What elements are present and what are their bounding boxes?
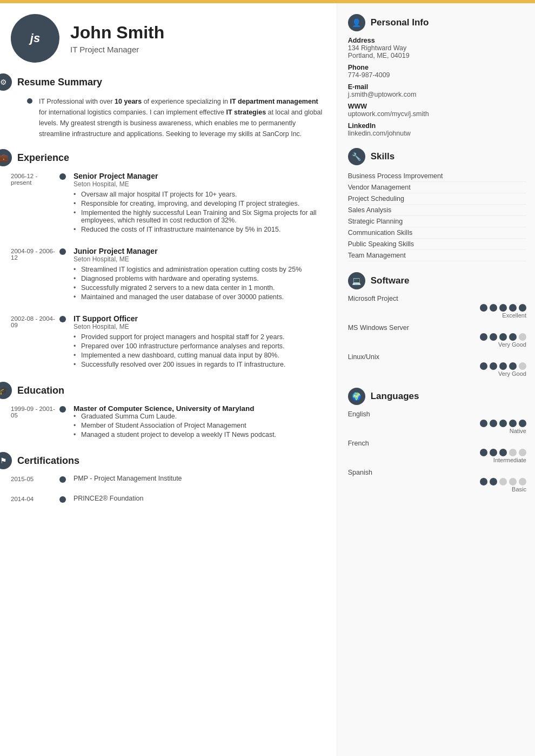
dot	[490, 333, 497, 341]
edu-content: Master of Computer Science, University o…	[73, 404, 326, 440]
job-content: IT Support Officer Seton Hospital, ME Pr…	[73, 314, 326, 370]
software-icon: 💻	[348, 272, 365, 289]
skill-item: Team Management	[348, 250, 526, 261]
software-name: MS Windows Server	[348, 324, 526, 332]
dot	[499, 333, 507, 341]
languages-icon: 🌍	[348, 388, 365, 405]
bullet-item: Streamlined IT logistics and administrat…	[73, 266, 326, 273]
dots-row	[480, 449, 526, 456]
www-value: uptowork.com/mycv/j.smith	[348, 110, 526, 118]
dot	[490, 449, 497, 456]
skills-icon: 🔧	[348, 148, 365, 165]
dot	[509, 478, 517, 485]
dot	[490, 304, 497, 312]
timeline-dot	[59, 173, 66, 180]
job-title-header: IT Project Manager	[70, 45, 164, 54]
certifications-title: Certifications	[17, 455, 79, 467]
dot	[480, 333, 487, 341]
dot-label: Excellent	[502, 312, 526, 319]
linkedin-value: linkedin.com/johnutw	[348, 130, 526, 137]
lang-rating: Intermediate	[348, 449, 526, 463]
address-line2: Portland, ME, 04019	[348, 52, 526, 59]
timeline-dot-col	[59, 404, 66, 440]
lang-name: English	[348, 410, 526, 418]
lang-rating: Native	[348, 420, 526, 434]
dot	[480, 362, 487, 370]
cert-item: 2014-04 PRINCE2® Foundation	[11, 495, 326, 503]
dot	[509, 362, 517, 370]
avatar-initials: js	[30, 31, 40, 45]
timeline-dot-col	[59, 314, 66, 370]
dots-row	[480, 478, 526, 485]
email-value: j.smith@uptowork.com	[348, 91, 526, 98]
address-line1: 134 Rightward Way	[348, 44, 526, 52]
right-column: 👤 Personal Info Address 134 Rightward Wa…	[337, 3, 535, 756]
timeline-dot-col	[59, 475, 66, 483]
summary-header: ⚙ Resume Summary	[0, 73, 326, 91]
resume-container: js John Smith IT Project Manager ⚙ Resum…	[0, 3, 535, 756]
dot	[509, 449, 517, 456]
language-item: Spanish Basic	[348, 469, 526, 492]
resume-summary-section: ⚙ Resume Summary IT Professional with ov…	[11, 73, 326, 139]
dot	[480, 478, 487, 485]
timeline-dot-col	[59, 495, 66, 503]
job-title: IT Support Officer	[73, 314, 326, 323]
software-item: Microsoft Project Excellent	[348, 295, 526, 319]
timeline-dot	[59, 248, 66, 255]
skill-item: Project Scheduling	[348, 193, 526, 205]
job-bullets: Streamlined IT logistics and administrat…	[73, 266, 326, 301]
skill-item: Public Speaking Skills	[348, 239, 526, 250]
dot	[519, 362, 526, 370]
bullet-item: Provided support for project managers an…	[73, 333, 326, 341]
www-label: WWW	[348, 103, 526, 110]
job-content: Senior Project Manager Seton Hospital, M…	[73, 172, 326, 235]
dot	[490, 362, 497, 370]
skill-item: Vendor Management	[348, 182, 526, 193]
dot	[499, 304, 507, 312]
dots-row	[480, 362, 526, 370]
cert-content: PMP - Project Management Institute	[73, 475, 326, 483]
software-header: 💻 Software	[348, 272, 526, 289]
job-content: Junior Project Manager Seton Hospital, M…	[73, 247, 326, 302]
job-bullets: Oversaw all major hospital IT projects f…	[73, 191, 326, 233]
job-date: 2004-09 - 2006-12	[11, 247, 59, 302]
left-column: js John Smith IT Project Manager ⚙ Resum…	[0, 3, 337, 756]
certifications-section: ⚑ Certifications 2015-05 PMP - Project M…	[11, 452, 326, 503]
dot	[509, 333, 517, 341]
skill-item: Communication Skills	[348, 227, 526, 239]
dot	[499, 362, 507, 370]
bullet-item: Maintained and managed the user database…	[73, 293, 326, 301]
header-text: John Smith IT Project Manager	[70, 23, 164, 54]
timeline-dot	[59, 406, 66, 413]
software-item: MS Windows Server Very Good	[348, 324, 526, 348]
bullet-item: Successfully migrated 2 servers to a new…	[73, 284, 326, 292]
linkedin-label: LinkedIn	[348, 122, 526, 130]
job-bullets: Provided support for project managers an…	[73, 333, 326, 368]
timeline-dot	[59, 496, 66, 503]
dot	[480, 420, 487, 427]
email-label: E-mail	[348, 83, 526, 91]
dot	[509, 304, 517, 312]
dot	[490, 478, 497, 485]
cert-content: PRINCE2® Foundation	[73, 495, 326, 503]
certifications-header: ⚑ Certifications	[0, 452, 326, 469]
dot	[519, 420, 526, 427]
skill-item: Sales Analysis	[348, 205, 526, 216]
education-header: 🎓 Education	[0, 382, 326, 399]
bullet-item: Managed a student project to develop a w…	[73, 431, 326, 438]
software-rating: Very Good	[348, 362, 526, 377]
resume-header: js John Smith IT Project Manager	[11, 14, 326, 63]
dot	[509, 420, 517, 427]
bullet-item: Diagnosed problems with hardware and ope…	[73, 275, 326, 282]
timeline-dot	[59, 476, 66, 483]
personal-info-header: 👤 Personal Info	[348, 14, 526, 31]
personal-info-title: Personal Info	[371, 17, 429, 28]
certifications-icon: ⚑	[0, 452, 12, 469]
software-name: Linux/Unix	[348, 353, 526, 361]
summary-item: IT Professional with over 10 years of ex…	[27, 96, 326, 139]
summary-text: IT Professional with over 10 years of ex…	[39, 96, 326, 139]
software-rating: Excellent	[348, 304, 526, 319]
personal-info-section: 👤 Personal Info Address 134 Rightward Wa…	[348, 14, 526, 137]
skill-item: Business Process Improvement	[348, 171, 526, 182]
software-rating: Very Good	[348, 333, 526, 348]
